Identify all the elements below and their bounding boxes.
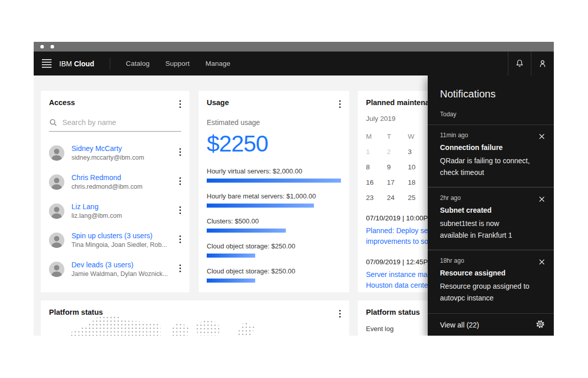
close-icon[interactable] xyxy=(537,257,547,268)
user-detail: Jamie Waldman, Dylan Woznick... xyxy=(71,270,176,278)
notifications-group-label: Today xyxy=(440,111,546,118)
usage-item-label: Cloud object storage: $250.00 xyxy=(207,242,341,250)
notification-item: 18hr ago Resource assigned Resource grou… xyxy=(428,250,554,313)
overflow-menu-icon[interactable] xyxy=(176,98,184,111)
brand-suffix: Cloud xyxy=(74,60,94,68)
notification-title: Connection failure xyxy=(440,143,546,152)
brand-prefix: IBM xyxy=(59,60,72,68)
window-control-dot[interactable] xyxy=(40,45,44,48)
person-silhouette-icon xyxy=(49,174,64,190)
usage-bar-track xyxy=(207,204,341,208)
overflow-menu-icon[interactable] xyxy=(176,205,184,217)
world-map-dots xyxy=(237,322,255,336)
header-divider xyxy=(110,58,110,70)
access-user-row: Spin up clusters (3 users) Tina Mingoia,… xyxy=(41,225,189,255)
usage-item: Cloud object storage: $250.00 xyxy=(207,242,341,258)
user-text: Chris Redmond chris.redmond@ibm.com xyxy=(71,173,176,190)
user-name-link[interactable]: Spin up clusters (3 users) xyxy=(71,232,176,240)
calendar-day-header: W xyxy=(408,129,429,144)
primary-nav: Catalog Support Manage xyxy=(126,52,247,75)
usage-item-label: Clusters: $500.00 xyxy=(207,217,341,225)
calendar-day[interactable]: 16 xyxy=(366,174,387,190)
avatar xyxy=(49,262,64,277)
overflow-menu-icon[interactable] xyxy=(176,234,184,246)
avatar xyxy=(49,204,64,219)
nav-manage[interactable]: Manage xyxy=(205,60,230,67)
usage-item-label: Cloud object storage: $250.00 xyxy=(207,267,341,275)
gear-icon[interactable] xyxy=(534,318,546,332)
view-all-button[interactable]: View all (22) xyxy=(440,321,479,329)
calendar-day[interactable]: 10 xyxy=(408,159,429,174)
usage-bar-fill xyxy=(207,254,255,258)
brand-logo[interactable]: IBM Cloud xyxy=(59,52,94,75)
hamburger-menu-icon[interactable] xyxy=(34,52,59,75)
user-text: Dev leads (3 users) Jamie Waldman, Dylan… xyxy=(71,261,176,278)
person-silhouette-icon xyxy=(49,145,64,161)
calendar-day[interactable]: 17 xyxy=(387,174,408,190)
calendar-day[interactable]: 24 xyxy=(387,190,408,205)
user-detail: liz.lang@ibm.com xyxy=(71,212,176,219)
usage-bar-fill xyxy=(207,204,314,208)
notifications-panel-header: Notifications Today xyxy=(428,75,554,125)
calendar-day[interactable]: 2 xyxy=(387,144,408,159)
user-name-link[interactable]: Liz Lang xyxy=(71,203,176,211)
world-map-dots xyxy=(195,320,221,336)
user-name-link[interactable]: Chris Redmond xyxy=(71,173,176,182)
avatar xyxy=(49,145,64,161)
close-icon[interactable] xyxy=(537,131,547,143)
usage-item: Hourly virtual servers: $2,000.00 xyxy=(207,167,341,183)
notifications-panel: Notifications Today 11min ago Connection… xyxy=(428,75,554,336)
avatar xyxy=(49,233,64,248)
user-text: Liz Lang liz.lang@ibm.com xyxy=(71,203,176,219)
calendar-day[interactable]: 23 xyxy=(366,190,387,205)
usage-bar-track xyxy=(207,229,341,233)
usage-item-label: Hourly bare metal servers: $1,000.00 xyxy=(207,192,341,200)
person-silhouette-icon xyxy=(49,204,64,219)
user-detail: sidney.mccarty@ibm.com xyxy=(71,154,176,161)
dashboard-content: Access Sidney McCarty sidney.mccar xyxy=(34,75,554,336)
notifications-bell-icon[interactable] xyxy=(508,52,531,75)
nav-catalog[interactable]: Catalog xyxy=(126,60,150,67)
calendar-day-header: T xyxy=(387,129,408,144)
overflow-menu-icon[interactable] xyxy=(336,308,344,321)
notification-time: 2hr ago xyxy=(440,194,546,201)
platform-status-title: Platform status xyxy=(49,308,103,316)
overflow-menu-icon[interactable] xyxy=(336,98,344,111)
overflow-menu-icon[interactable] xyxy=(176,263,184,275)
usage-bar-track xyxy=(207,179,341,183)
app-header: IBM Cloud Catalog Support Manage xyxy=(34,52,554,75)
notification-body: Resource group assigned to autovpc insta… xyxy=(440,281,546,304)
usage-list: Hourly virtual servers: $2,000.00 Hourly… xyxy=(207,167,341,283)
usage-bar-fill xyxy=(207,179,341,183)
user-text: Sidney McCarty sidney.mccarty@ibm.com xyxy=(71,144,176,161)
notification-item: 11min ago Connection failure QRadar is f… xyxy=(428,125,554,188)
calendar-day[interactable]: 18 xyxy=(408,174,429,190)
nav-support[interactable]: Support xyxy=(165,60,189,67)
search-input[interactable] xyxy=(62,118,181,127)
usage-item: Clusters: $500.00 xyxy=(207,217,341,233)
close-icon[interactable] xyxy=(537,194,547,206)
window-control-dot[interactable] xyxy=(51,45,54,48)
user-name-link[interactable]: Dev leads (3 users) xyxy=(71,261,176,269)
notification-time: 11min ago xyxy=(440,132,546,139)
calendar-day[interactable]: 3 xyxy=(408,144,429,159)
world-map-dots xyxy=(172,323,189,336)
calendar-day[interactable]: 8 xyxy=(366,159,387,174)
person-silhouette-icon xyxy=(49,233,64,248)
usage-total-amount: $2250 xyxy=(207,131,341,157)
notification-item: 2hr ago Subnet created subnet1test is no… xyxy=(428,188,554,250)
user-detail: chris.redmond@ibm.com xyxy=(71,183,176,190)
overflow-menu-icon[interactable] xyxy=(176,146,184,159)
usage-bar-track xyxy=(207,279,341,283)
overflow-menu-icon[interactable] xyxy=(176,175,184,188)
browser-chrome xyxy=(34,42,554,52)
platform-status-title: Platform status xyxy=(366,308,420,316)
user-detail: Tina Mingoia, Joan Siedler, Rob... xyxy=(71,241,176,248)
access-user-row: Sidney McCarty sidney.mccarty@ibm.com xyxy=(41,138,189,167)
calendar-day[interactable]: 9 xyxy=(387,159,408,174)
access-user-row: Chris Redmond chris.redmond@ibm.com xyxy=(41,167,189,196)
calendar-day[interactable]: 1 xyxy=(366,144,387,159)
calendar-day[interactable]: 25 xyxy=(408,190,429,205)
user-account-icon[interactable] xyxy=(531,52,554,75)
user-name-link[interactable]: Sidney McCarty xyxy=(71,144,176,153)
